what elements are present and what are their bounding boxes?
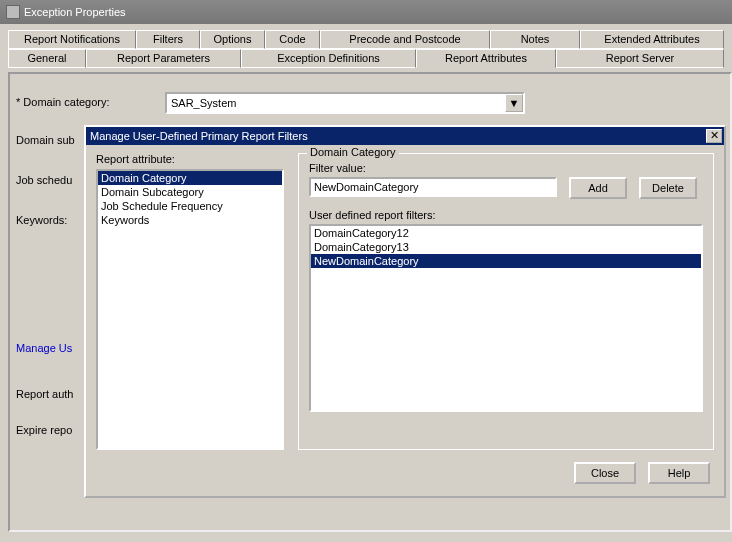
dialog-close-button[interactable]: ✕ [706, 129, 722, 143]
app-icon [6, 5, 20, 19]
domain-category-fieldset: Domain Category Filter value: Add Delete… [298, 153, 714, 450]
domain-category-input[interactable] [167, 94, 505, 112]
fieldset-legend: Domain Category [307, 146, 399, 158]
list-item[interactable]: DomainCategory12 [311, 226, 701, 240]
tab-report-server[interactable]: Report Server [556, 49, 724, 68]
manage-link[interactable]: Manage Us [16, 342, 72, 354]
window: Exception Properties Report Notification… [0, 0, 732, 542]
titlebar: Exception Properties [0, 0, 732, 24]
tab-code[interactable]: Code [265, 30, 320, 49]
report-auth-label: Report auth [16, 388, 73, 400]
dialog-body: Report attribute: Domain Category Domain… [96, 153, 714, 450]
list-item[interactable]: Job Schedule Frequency [98, 199, 282, 213]
userdef-listbox[interactable]: DomainCategory12 DomainCategory13 NewDom… [309, 224, 703, 412]
list-item[interactable]: Domain Subcategory [98, 185, 282, 199]
domain-category-label: * Domain category: [16, 96, 110, 108]
right-column: Domain Category Filter value: Add Delete… [298, 153, 714, 450]
tab-options[interactable]: Options [200, 30, 265, 49]
job-schedule-label: Job schedu [16, 174, 72, 186]
list-item[interactable]: DomainCategory13 [311, 240, 701, 254]
tab-report-attributes[interactable]: Report Attributes [416, 49, 556, 68]
tab-precode-postcode[interactable]: Precode and Postcode [320, 30, 490, 49]
dialog-footer: Close Help [562, 462, 710, 484]
manage-filters-dialog: Manage User-Defined Primary Report Filte… [84, 125, 726, 498]
expire-repo-label: Expire repo [16, 424, 72, 436]
tabrow-2: General Report Parameters Exception Defi… [8, 49, 724, 68]
keywords-label: Keywords: [16, 214, 67, 226]
list-item[interactable]: NewDomainCategory [311, 254, 701, 268]
tab-exception-definitions[interactable]: Exception Definitions [241, 49, 416, 68]
tab-report-parameters[interactable]: Report Parameters [86, 49, 241, 68]
close-icon: ✕ [710, 129, 719, 141]
userdef-label: User defined report filters: [309, 209, 703, 221]
add-button[interactable]: Add [569, 177, 627, 199]
filter-input-row: Add Delete [309, 177, 703, 199]
filter-value-label: Filter value: [309, 162, 703, 174]
list-item[interactable]: Domain Category [98, 171, 282, 185]
dialog-titlebar: Manage User-Defined Primary Report Filte… [86, 127, 724, 145]
report-attribute-listbox[interactable]: Domain Category Domain Subcategory Job S… [96, 169, 284, 450]
window-title: Exception Properties [24, 0, 126, 24]
report-attribute-label: Report attribute: [96, 153, 284, 165]
tab-extended-attributes[interactable]: Extended Attributes [580, 30, 724, 49]
domain-sub-label: Domain sub [16, 134, 75, 146]
help-button[interactable]: Help [648, 462, 710, 484]
dialog-title: Manage User-Defined Primary Report Filte… [90, 127, 308, 145]
tabrow-1: Report Notifications Filters Options Cod… [8, 30, 724, 49]
tab-notes[interactable]: Notes [490, 30, 580, 49]
combo-dropdown-button[interactable]: ▼ [505, 94, 523, 112]
filter-value-input[interactable] [309, 177, 557, 197]
delete-button[interactable]: Delete [639, 177, 697, 199]
tabstrip: Report Notifications Filters Options Cod… [0, 24, 732, 72]
left-column: Report attribute: Domain Category Domain… [96, 153, 284, 450]
list-item[interactable]: Keywords [98, 213, 282, 227]
domain-category-combo[interactable]: ▼ [165, 92, 525, 114]
tab-report-notifications[interactable]: Report Notifications [8, 30, 136, 49]
close-button[interactable]: Close [574, 462, 636, 484]
tab-general[interactable]: General [8, 49, 86, 68]
tab-filters[interactable]: Filters [136, 30, 200, 49]
